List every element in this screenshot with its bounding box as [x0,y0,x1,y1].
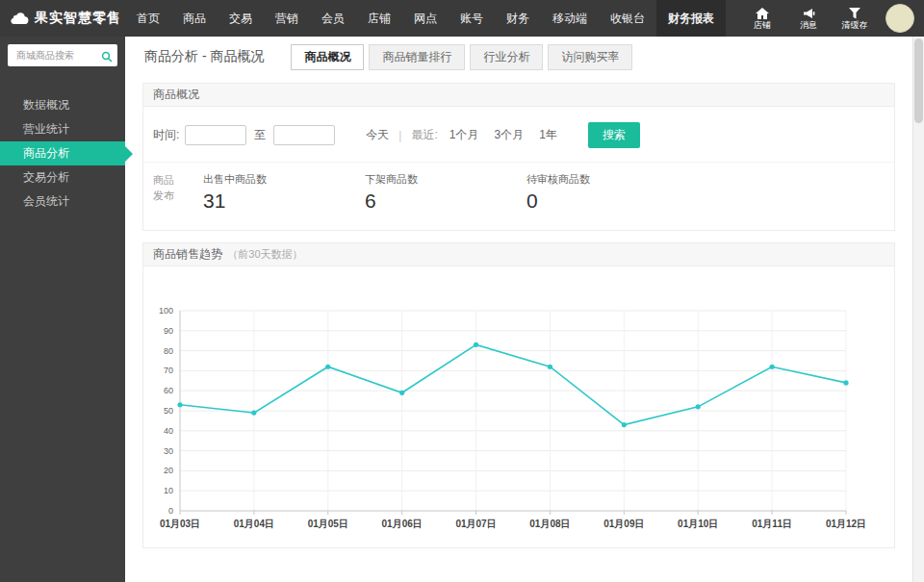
stat-on-sale-value: 31 [203,190,365,213]
top-navbar: 果实智慧零售 首页 商品 交易 营销 会员 店铺 网点 账号 财务 移动端 收银… [0,0,924,37]
sidebar-item-data-overview[interactable]: 数据概况 [0,93,125,117]
brand: 果实智慧零售 [0,0,125,37]
stat-pending-review-value: 0 [526,190,688,213]
goods-overview-panel: 商品概况 时间: 至 今天 | 最近: 1个月 3个月 1年 搜索 [142,83,895,231]
stats-caption-line1: 商品 [153,172,203,188]
svg-text:01月06日: 01月06日 [382,519,423,529]
svg-text:80: 80 [164,346,173,356]
home-icon [756,8,769,19]
nav-item-marketing[interactable]: 营销 [264,0,310,37]
svg-text:0: 0 [168,506,173,516]
stat-on-sale-label: 出售中商品数 [203,172,365,187]
sales-trend-panel-header: 商品销售趋势 （前30天数据） [143,243,894,266]
clean-icon [849,8,860,19]
svg-text:01月04日: 01月04日 [234,519,274,529]
shop-button-label: 店铺 [754,20,771,30]
nav-item-home[interactable]: 首页 [125,0,171,37]
shop-button[interactable]: 店铺 [743,8,782,30]
sidebar-item-member-stats[interactable]: 会员统计 [0,190,125,214]
search-button[interactable]: 搜索 [588,122,640,148]
recent-label: 最近: [411,127,437,143]
nav-item-shop[interactable]: 店铺 [356,0,402,37]
nav-item-finance[interactable]: 财务 [495,0,541,37]
svg-text:01月10日: 01月10日 [678,519,718,529]
svg-text:01月05日: 01月05日 [308,519,348,529]
filter-1month-link[interactable]: 1个月 [449,127,479,143]
svg-text:01月12日: 01月12日 [826,519,866,529]
goods-overview-panel-body: 时间: 至 今天 | 最近: 1个月 3个月 1年 搜索 商品 发布 [143,107,894,230]
sidebar: 数据概况 营业统计 商品分析 交易分析 会员统计 [0,37,125,582]
page-header: 商品分析 - 商品概况 商品概况 商品销量排行 行业分析 访问购买率 [142,37,895,77]
search-input[interactable] [14,49,103,62]
filter-1year-link[interactable]: 1年 [539,127,557,143]
time-label: 时间: [153,127,179,143]
messages-button[interactable]: 消息 [789,8,828,30]
svg-text:70: 70 [164,366,173,375]
page-title: 商品分析 - 商品概况 [144,48,264,65]
sidebar-item-goods-analysis[interactable]: 商品分析 [0,141,125,165]
nav-item-trade[interactable]: 交易 [218,0,264,37]
nav-item-account[interactable]: 账号 [449,0,495,37]
tab-goods-sales-rank[interactable]: 商品销量排行 [369,44,465,70]
scrollbar-thumb[interactable] [914,38,923,123]
scrollbar[interactable] [912,37,924,582]
avatar[interactable] [886,4,914,33]
svg-text:30: 30 [164,446,173,456]
svg-text:10: 10 [164,486,173,495]
svg-text:60: 60 [164,386,173,395]
nav-item-goods[interactable]: 商品 [171,0,218,37]
sales-trend-line-svg: 010203040506070809010001月03日01月04日01月05日… [143,266,894,547]
svg-text:01月09日: 01月09日 [603,519,644,529]
main-content: 商品分析 - 商品概况 商品概况 商品销量排行 行业分析 访问购买率 商品概况 … [125,37,912,582]
filter-separator: | [398,129,401,142]
sales-trend-title: 商品销售趋势 [153,247,222,261]
svg-text:40: 40 [164,426,173,436]
tab-visit-purchase-rate[interactable]: 访问购买率 [548,44,632,70]
svg-text:01月03日: 01月03日 [160,519,200,529]
sidebar-nav: 数据概况 营业统计 商品分析 交易分析 会员统计 [0,93,125,214]
svg-text:20: 20 [164,466,173,475]
tab-goods-overview[interactable]: 商品概况 [291,44,364,70]
date-end-input[interactable] [273,125,335,145]
nav-item-cashier[interactable]: 收银台 [599,0,656,37]
svg-text:90: 90 [164,326,173,336]
to-label: 至 [254,127,266,143]
nav-item-member[interactable]: 会员 [310,0,356,37]
stat-pending-review: 待审核商品数 0 [526,172,688,213]
nav-item-outlet[interactable]: 网点 [402,0,449,37]
clear-cache-button-label: 清缓存 [842,20,868,30]
stat-off-shelf: 下架商品数 6 [365,172,526,213]
sidebar-item-business-stats[interactable]: 营业统计 [0,117,125,141]
sales-trend-panel: 商品销售趋势 （前30天数据） 010203040506070809010001… [142,242,895,548]
time-filter-row: 时间: 至 今天 | 最近: 1个月 3个月 1年 搜索 [143,107,894,162]
stat-off-shelf-value: 6 [365,190,526,213]
sidebar-search-box [8,44,117,66]
stats-caption: 商品 发布 [153,172,203,203]
svg-text:100: 100 [159,306,173,316]
goods-overview-panel-title: 商品概况 [143,84,894,107]
nav-item-mobile[interactable]: 移动端 [541,0,599,37]
tab-bar: 商品概况 商品销量排行 行业分析 访问购买率 [291,44,632,70]
filter-3months-link[interactable]: 3个月 [495,127,525,143]
search-icon[interactable] [101,49,113,66]
svg-text:01月11日: 01月11日 [752,519,792,529]
goods-publish-stats-row: 商品 发布 出售中商品数 31 下架商品数 6 待审核商品数 0 [143,162,894,230]
sales-trend-chart: 010203040506070809010001月03日01月04日01月05日… [143,266,894,547]
nav-right-tools: 店铺 消息 清缓存 [743,0,924,37]
tab-industry-analysis[interactable]: 行业分析 [470,44,543,70]
main-nav: 首页 商品 交易 营销 会员 店铺 网点 账号 财务 移动端 收银台 财务报表 [125,0,743,37]
filter-today-link[interactable]: 今天 [366,127,389,143]
stat-on-sale: 出售中商品数 31 [203,172,365,213]
svg-text:01月08日: 01月08日 [529,519,570,529]
clear-cache-button[interactable]: 清缓存 [835,8,874,30]
sidebar-item-trade-analysis[interactable]: 交易分析 [0,165,125,190]
megaphone-icon [803,8,815,19]
nav-item-finance-report[interactable]: 财务报表 [656,0,726,37]
stats-caption-line2: 发布 [153,188,203,203]
date-start-input[interactable] [185,125,246,145]
svg-text:01月07日: 01月07日 [455,519,496,529]
svg-text:50: 50 [164,406,173,416]
stat-pending-review-label: 待审核商品数 [526,172,688,187]
sales-trend-subtitle: （前30天数据） [227,248,302,260]
sales-trend-panel-body: 010203040506070809010001月03日01月04日01月05日… [143,266,894,547]
